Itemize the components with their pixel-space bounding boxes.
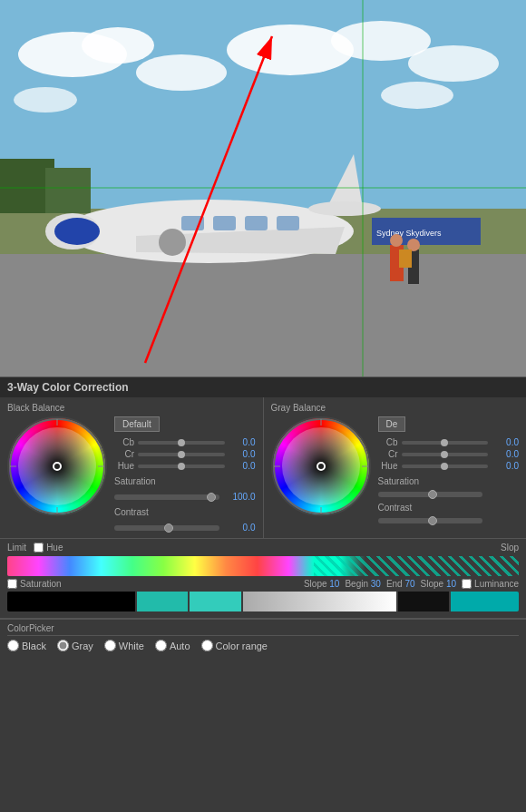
colorpicker-header: ColorPicker: [7, 623, 519, 636]
contrast-slider-row: 0.0: [114, 523, 256, 533]
black-balance-label: Black Balance: [7, 403, 256, 413]
black-right: [398, 592, 449, 611]
end-value: 70: [404, 579, 414, 589]
balance-row: Black Balance: [0, 397, 526, 539]
gray-saturation-thumb: [428, 490, 437, 499]
saturation-checkbox-label[interactable]: Saturation: [7, 579, 62, 589]
saturation-label: Saturation: [114, 476, 160, 486]
gray-radio-text: Gray: [72, 641, 93, 651]
black-balance-default-btn[interactable]: Default: [114, 416, 160, 432]
main-panel: Black Balance: [0, 397, 526, 655]
svg-point-8: [381, 82, 453, 109]
saturation-track[interactable]: [114, 494, 219, 500]
gray-radio[interactable]: [57, 640, 69, 651]
contrast-row: Contrast: [114, 507, 256, 517]
svg-point-7: [14, 87, 77, 113]
begin-label: Begin 30: [345, 579, 380, 589]
gray-radio-label[interactable]: Gray: [57, 640, 93, 651]
black-radio-text: Black: [22, 641, 46, 651]
contrast-thumb: [164, 523, 173, 533]
saturation-slope-row: Saturation Slope 10 Begin 30 End 70 Slop…: [7, 579, 519, 589]
gray-balance-inner: De Cb 0.0 Cr 0.0 Hue 0.0: [271, 416, 520, 523]
gray-cr-row: Cr 0.0: [378, 449, 520, 459]
gray-balance-wheel[interactable]: [271, 416, 371, 516]
contrast-track[interactable]: [114, 525, 219, 531]
auto-radio-label[interactable]: Auto: [155, 640, 190, 651]
gray-hue-label: Hue: [378, 461, 398, 471]
cr-row: Cr 0.0: [114, 449, 256, 459]
color-range-radio-label[interactable]: Color range: [201, 640, 268, 651]
auto-radio[interactable]: [155, 640, 167, 651]
gray-saturation-row: Saturation: [378, 476, 520, 486]
slope2-label: Slope 10: [421, 579, 456, 589]
gray-cb-value: 0.0: [492, 437, 519, 447]
saturation-slider-row: 100.0: [114, 492, 256, 502]
gray-contrast-row: Contrast: [378, 503, 520, 513]
hue-row: Hue 0.0: [114, 461, 256, 471]
gray-cr-slider[interactable]: [402, 453, 489, 456]
gray-balance-section: Gray Balance De: [264, 397, 527, 538]
slope-label: Slope 10: [304, 579, 339, 589]
gray-cb-row: Cb 0.0: [378, 437, 520, 447]
wheel-center-dot: [53, 462, 62, 471]
begin-value: 30: [371, 579, 381, 589]
title-text: 3-Way Color Correction: [7, 381, 129, 394]
slope-value: 10: [329, 579, 339, 589]
hue-gradient-bar: [7, 556, 519, 576]
gray-contrast-thumb: [428, 516, 437, 525]
white-radio-label[interactable]: White: [104, 640, 144, 651]
image-preview: Sydney Skydivers: [0, 0, 526, 377]
black-balance-wheel[interactable]: [7, 416, 107, 516]
black-balance-inner: Default Cb 0.0 Cr 0.0 Hue 0.0: [7, 416, 256, 533]
white-radio-text: White: [119, 641, 144, 651]
hue-checkbox-label[interactable]: Hue: [34, 543, 63, 553]
hue-label: Hue: [114, 461, 134, 471]
svg-rect-30: [399, 249, 412, 268]
svg-point-16: [308, 201, 381, 216]
saturation-checkbox[interactable]: [7, 579, 17, 589]
slope2-value: 10: [446, 579, 456, 589]
luminance-checkbox[interactable]: [462, 579, 472, 589]
luminance-text: Luminance: [474, 579, 519, 589]
black-balance-section: Black Balance: [0, 397, 264, 538]
black-balance-controls: Default Cb 0.0 Cr 0.0 Hue 0.0: [114, 416, 256, 533]
svg-point-3: [136, 54, 227, 91]
white-radio[interactable]: [104, 640, 116, 651]
slope-right-label: Slop: [501, 543, 519, 553]
gray-cr-value: 0.0: [492, 449, 519, 459]
gray-cb-slider[interactable]: [402, 441, 489, 445]
gray-contrast-track[interactable]: [378, 518, 483, 523]
black-radio-label[interactable]: Black: [7, 640, 46, 651]
colorpicker-radio-row: Black Gray White Auto Color range: [7, 640, 519, 651]
black-radio[interactable]: [7, 640, 19, 651]
gray-hue-slider[interactable]: [402, 465, 489, 468]
end-label: End 70: [386, 579, 415, 589]
svg-point-28: [390, 234, 403, 247]
svg-point-2: [82, 27, 154, 64]
cr-slider[interactable]: [138, 453, 225, 456]
hue-checkbox[interactable]: [34, 543, 44, 553]
cb-value: 0.0: [229, 437, 256, 447]
saturation-row: Saturation: [114, 476, 256, 486]
gray-balance-default-btn[interactable]: De: [378, 416, 406, 432]
contrast-label: Contrast: [114, 507, 160, 517]
teal-right: [451, 592, 519, 611]
gray-saturation-track[interactable]: [378, 492, 483, 497]
svg-rect-10: [0, 254, 526, 377]
svg-point-4: [227, 24, 354, 75]
color-range-radio[interactable]: [201, 640, 213, 651]
gray-hue-value: 0.0: [492, 461, 519, 471]
cb-row: Cb 0.0: [114, 437, 256, 447]
auto-radio-text: Auto: [170, 641, 190, 651]
bw-gradient-bar: [7, 592, 519, 611]
svg-point-6: [408, 45, 499, 82]
hue-slider[interactable]: [138, 465, 225, 468]
saturation-text: Saturation: [20, 579, 62, 589]
color-range-radio-text: Color range: [216, 641, 268, 651]
limit-header: Limit Hue Slop: [7, 543, 519, 553]
teal-segment: [137, 592, 188, 611]
panel-title: 3-Way Color Correction: [0, 377, 526, 397]
cb-slider[interactable]: [138, 441, 225, 445]
luminance-checkbox-label[interactable]: Luminance: [462, 579, 519, 589]
gray-contrast-label: Contrast: [378, 503, 424, 513]
